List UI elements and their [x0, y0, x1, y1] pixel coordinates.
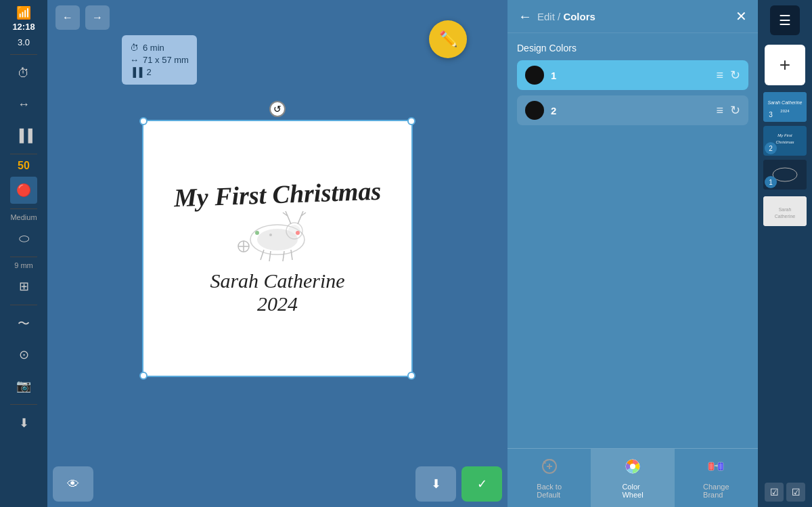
wifi-icon: 📶 — [16, 5, 31, 20]
confirm-button[interactable]: ✓ — [461, 466, 502, 502]
svg-line-11 — [269, 251, 271, 261]
rotate-handle[interactable]: ↺ — [269, 101, 286, 117]
close-button[interactable]: ✕ — [736, 8, 747, 24]
svg-text:2024: 2024 — [780, 109, 790, 113]
design-title: My First Christmas — [173, 177, 381, 213]
layer-2-container: My First Christmas 2 — [763, 126, 807, 156]
change-brand-icon — [706, 457, 725, 480]
color-swatch-2 — [525, 101, 544, 120]
dimensions-icon: ↔ — [130, 55, 139, 65]
breadcrumb-edit: Edit — [537, 11, 555, 22]
blank-layer-preview: Sarah Catherine — [763, 196, 807, 226]
stitch-icon-2: ≡ — [716, 104, 723, 118]
speed-icon[interactable]: ⏱ — [10, 60, 37, 87]
svg-text:My First: My First — [777, 133, 792, 137]
panel-content: Design Colors 1 ≡ ↻ 2 ≡ ↻ — [508, 33, 758, 448]
refresh-icon-2[interactable]: ↻ — [730, 103, 740, 118]
layer-num-1: 1 — [765, 176, 777, 188]
design-colors-label: Design Colors — [517, 43, 748, 53]
breadcrumb: Edit / Colors — [537, 11, 736, 22]
checkbox-icon-1[interactable]: ☑ — [765, 483, 784, 502]
layer-num-2: 2 — [765, 142, 777, 154]
camera-icon[interactable]: 📷 — [10, 372, 37, 399]
color-wheel-icon — [623, 457, 642, 480]
color-row-1[interactable]: 1 ≡ ↻ — [517, 60, 748, 90]
design-canvas[interactable]: ↺ My First Christmas — [142, 120, 413, 377]
svg-marker-33 — [717, 464, 718, 467]
edit-fab-button[interactable]: ✏️ — [429, 20, 467, 58]
far-right-panel: ☰ + Sarah Catherine 2024 3 My First Chri… — [758, 0, 812, 507]
svg-text:Sarah: Sarah — [779, 207, 792, 212]
svg-line-12 — [283, 251, 284, 261]
size-value: 9 mm — [14, 261, 33, 269]
undo-button[interactable]: ← — [55, 5, 80, 30]
corner-handle-tr[interactable] — [407, 117, 415, 125]
design-content: My First Christmas — [143, 181, 411, 315]
stitch-icon-1: ≡ — [716, 68, 723, 83]
color-swatch-1 — [525, 66, 544, 85]
layer-3-container: Sarah Catherine 2024 3 — [763, 92, 807, 122]
refresh-icon-1[interactable]: ↻ — [730, 68, 740, 83]
panel-bottom-tabs: Back toDefault ColorWheel — [508, 448, 758, 507]
wave-icon[interactable]: 〜 — [10, 310, 37, 337]
design-subtitle: Sarah Catherine — [143, 269, 411, 292]
tab-color-wheel-label: ColorWheel — [622, 483, 643, 499]
left-sidebar: 📶 12:18 3.0 ⏱ ↔ ▐▐ 50 🔴 Medium ⬭ 9 mm ⊞ … — [0, 0, 47, 507]
circle-icon[interactable]: ⊙ — [10, 341, 37, 368]
design-year: 2024 — [143, 292, 411, 315]
dimensions-info: 71 x 57 mm — [143, 55, 189, 65]
divider2 — [10, 154, 37, 154]
canvas-wrapper: ↺ My First Christmas — [47, 35, 508, 461]
layers-icon[interactable]: ▐▐ — [10, 122, 37, 149]
medium-label: Medium — [10, 213, 37, 221]
clock-icon: ⏱ — [130, 43, 139, 53]
time-display: 12:18 — [12, 22, 35, 32]
divider3 — [10, 208, 37, 209]
stitch-icon[interactable]: ⊞ — [10, 273, 37, 300]
corner-handle-br[interactable] — [407, 372, 415, 380]
tab-back-default-label: Back toDefault — [537, 483, 562, 499]
count-icon: ▐▐ — [130, 67, 142, 77]
color-num-2: 2 — [551, 105, 709, 116]
corner-handle-tl[interactable] — [139, 117, 148, 125]
svg-line-13 — [291, 250, 292, 260]
svg-line-7 — [298, 216, 301, 224]
tab-back-to-default[interactable]: Back toDefault — [508, 449, 591, 507]
svg-text:Christmas: Christmas — [775, 140, 794, 144]
color-icon[interactable]: 🔴 — [10, 177, 37, 204]
tab-change-brand[interactable]: ChangeBrand — [675, 449, 758, 507]
color-row-2[interactable]: 2 ≡ ↻ — [517, 95, 748, 125]
corner-handle-bl[interactable] — [139, 372, 148, 380]
hamburger-menu-button[interactable]: ☰ — [770, 5, 800, 35]
reindeer-graphic — [223, 209, 332, 263]
svg-text:Sarah Catherine: Sarah Catherine — [768, 100, 803, 105]
right-panel: ← Edit / Colors ✕ Design Colors 1 ≡ ↻ 2 … — [508, 0, 758, 507]
back-button[interactable]: ← — [518, 9, 532, 24]
divider5 — [10, 305, 37, 305]
bottom-toolbar: 👁 ⬇ ✓ — [47, 461, 508, 507]
layer-1-container: 1 — [763, 160, 807, 190]
svg-point-26 — [630, 464, 635, 469]
redo-button[interactable]: → — [85, 5, 110, 30]
add-design-button[interactable]: + — [765, 45, 805, 85]
layer-thumb-blank[interactable]: Sarah Catherine — [763, 196, 807, 226]
shape-icon[interactable]: ⬭ — [10, 225, 37, 252]
svg-point-16 — [296, 231, 300, 235]
main-canvas-area: ← → ⏱ 6 min ↔ 71 x 57 mm ▐▐ 2 ✏️ ↺ — [47, 0, 508, 507]
svg-line-4 — [288, 216, 291, 224]
eye-button[interactable]: 👁 — [53, 466, 93, 502]
divider4 — [10, 257, 37, 257]
layer-count: 50 — [18, 160, 30, 172]
panel-header: ← Edit / Colors ✕ — [508, 0, 758, 33]
svg-point-14 — [269, 234, 272, 236]
time-info: 6 min — [143, 43, 164, 53]
down-icon[interactable]: ⬇ — [10, 410, 37, 437]
version-display: 3.0 — [18, 37, 30, 47]
info-box: ⏱ 6 min ↔ 71 x 57 mm ▐▐ 2 — [122, 35, 197, 85]
download-button[interactable]: ⬇ — [415, 466, 456, 502]
tab-change-brand-label: ChangeBrand — [703, 483, 729, 499]
svg-text:Catherine: Catherine — [775, 214, 795, 219]
checkbox-icon-2[interactable]: ☑ — [786, 483, 805, 502]
resize-icon[interactable]: ↔ — [10, 91, 37, 118]
tab-color-wheel[interactable]: ColorWheel — [591, 449, 674, 507]
